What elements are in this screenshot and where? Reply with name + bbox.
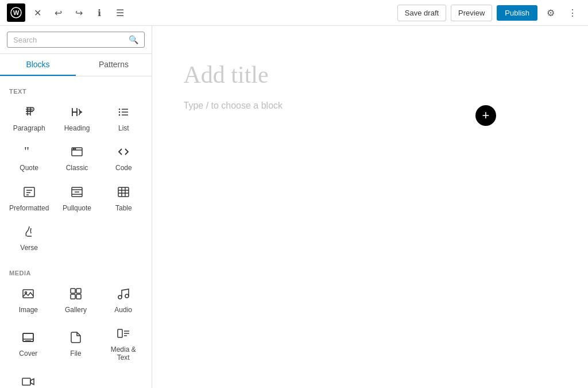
preformatted-label: Preformatted — [9, 204, 49, 212]
list-label: List — [118, 124, 129, 132]
add-block-button[interactable]: + — [475, 105, 496, 126]
search-wrapper: 🔍 — [7, 32, 145, 48]
file-label: File — [70, 349, 81, 358]
verse-icon — [22, 225, 36, 240]
preformatted-icon — [22, 185, 36, 201]
section-label-media: MEDIA — [0, 265, 152, 280]
verse-label: Verse — [20, 244, 38, 252]
block-item-video[interactable]: Video — [5, 368, 52, 388]
svg-point-36 — [125, 294, 129, 298]
cover-icon — [21, 331, 35, 346]
gallery-icon — [69, 287, 83, 302]
block-item-pullquote[interactable]: Pullquote — [53, 178, 100, 218]
file-icon — [69, 331, 83, 346]
tab-patterns[interactable]: Patterns — [76, 54, 152, 76]
code-icon — [117, 145, 130, 160]
pullquote-icon — [70, 185, 84, 201]
svg-text:W: W — [13, 9, 20, 16]
toolbar: W ✕ ↩ ↪ ℹ ☰ Save draft Preview Publish ⚙… — [0, 0, 588, 26]
quote-label: Quote — [20, 164, 38, 172]
classic-label: Classic — [66, 164, 88, 172]
tabs: Blocks Patterns — [0, 54, 152, 76]
image-icon — [21, 287, 35, 302]
gallery-label: Gallery — [65, 306, 87, 314]
block-placeholder: Type / to choose a block — [184, 101, 557, 111]
media-text-icon — [117, 326, 130, 342]
post-title-placeholder[interactable]: Add title — [184, 60, 557, 89]
image-label: Image — [19, 306, 38, 314]
info-button[interactable]: ℹ — [91, 4, 108, 21]
block-item-list[interactable]: List — [100, 98, 147, 138]
svg-rect-41 — [118, 329, 122, 337]
block-item-media-text[interactable]: Media & Text — [99, 320, 147, 368]
more-options-icon[interactable]: ⋮ — [564, 4, 581, 21]
block-item-quote[interactable]: " Quote — [5, 138, 53, 178]
svg-text:": " — [24, 145, 29, 158]
block-item-heading[interactable]: Heading — [53, 98, 100, 138]
svg-point-15 — [75, 149, 76, 150]
block-item-cover[interactable]: Cover — [5, 320, 52, 368]
preview-button[interactable]: Preview — [451, 5, 492, 21]
cover-label: Cover — [19, 349, 37, 358]
media-block-grid: Image Gallery — [0, 280, 152, 388]
toolbar-left: W ✕ ↩ ↪ ℹ ☰ — [7, 3, 129, 22]
block-item-image[interactable]: Image — [5, 280, 52, 320]
search-icon: 🔍 — [129, 35, 138, 44]
block-item-classic[interactable]: Classic — [53, 138, 100, 178]
svg-rect-32 — [76, 289, 81, 293]
publish-button[interactable]: Publish — [497, 5, 537, 21]
save-draft-button[interactable]: Save draft — [397, 5, 446, 21]
search-input[interactable] — [13, 36, 125, 44]
block-item-verse[interactable]: Verse — [5, 218, 53, 258]
classic-icon — [70, 145, 84, 160]
svg-rect-34 — [76, 294, 81, 299]
menu-button[interactable]: ☰ — [111, 4, 129, 21]
close-button[interactable]: ✕ — [29, 4, 46, 21]
pullquote-label: Pullquote — [63, 204, 91, 212]
block-item-file[interactable]: File — [52, 320, 100, 368]
search-bar: 🔍 — [0, 26, 152, 54]
block-item-table[interactable]: Table — [100, 178, 147, 218]
heading-icon — [70, 105, 84, 121]
paragraph-label: Paragraph — [13, 124, 45, 132]
code-label: Code — [115, 164, 132, 172]
svg-point-35 — [118, 295, 122, 299]
block-item-gallery[interactable]: Gallery — [52, 280, 100, 320]
svg-rect-16 — [24, 187, 34, 197]
block-item-paragraph[interactable]: Paragraph — [5, 98, 53, 138]
block-item-audio[interactable]: Audio — [99, 280, 147, 320]
svg-rect-31 — [71, 289, 75, 293]
toolbar-right: Save draft Preview Publish ⚙ ⋮ — [397, 4, 581, 21]
table-icon — [117, 185, 130, 201]
table-label: Table — [115, 204, 132, 212]
sidebar: 🔍 Blocks Patterns TEXT — [0, 26, 152, 388]
list-icon — [117, 105, 130, 121]
svg-rect-33 — [71, 294, 75, 299]
svg-rect-24 — [118, 187, 129, 197]
main-content: 🔍 Blocks Patterns TEXT — [0, 26, 588, 388]
svg-point-30 — [25, 291, 27, 293]
audio-icon — [117, 287, 130, 302]
block-placeholder-text[interactable]: Type / to choose a block — [184, 101, 283, 111]
svg-point-14 — [73, 149, 74, 150]
svg-marker-46 — [30, 379, 34, 385]
video-icon — [21, 375, 35, 388]
block-item-preformatted[interactable]: Preformatted — [5, 178, 53, 218]
quote-icon: " — [22, 145, 36, 160]
audio-label: Audio — [114, 306, 132, 314]
paragraph-icon — [22, 105, 36, 121]
tab-blocks[interactable]: Blocks — [0, 54, 76, 76]
text-block-grid: Paragraph Heading — [0, 98, 152, 258]
wp-logo-icon[interactable]: W — [7, 3, 25, 22]
svg-rect-38 — [23, 333, 33, 341]
editor-inner: Add title Type / to choose a block — [184, 60, 557, 111]
block-item-code[interactable]: Code — [100, 138, 147, 178]
svg-rect-45 — [22, 378, 30, 385]
undo-button[interactable]: ↩ — [49, 4, 67, 21]
editor-area[interactable]: Add title Type / to choose a block + — [152, 26, 588, 388]
block-list: TEXT Paragraph — [0, 76, 152, 388]
redo-button[interactable]: ↪ — [70, 4, 87, 21]
svg-rect-37 — [23, 333, 33, 341]
section-label-text: TEXT — [0, 83, 152, 98]
settings-icon[interactable]: ⚙ — [542, 4, 559, 21]
